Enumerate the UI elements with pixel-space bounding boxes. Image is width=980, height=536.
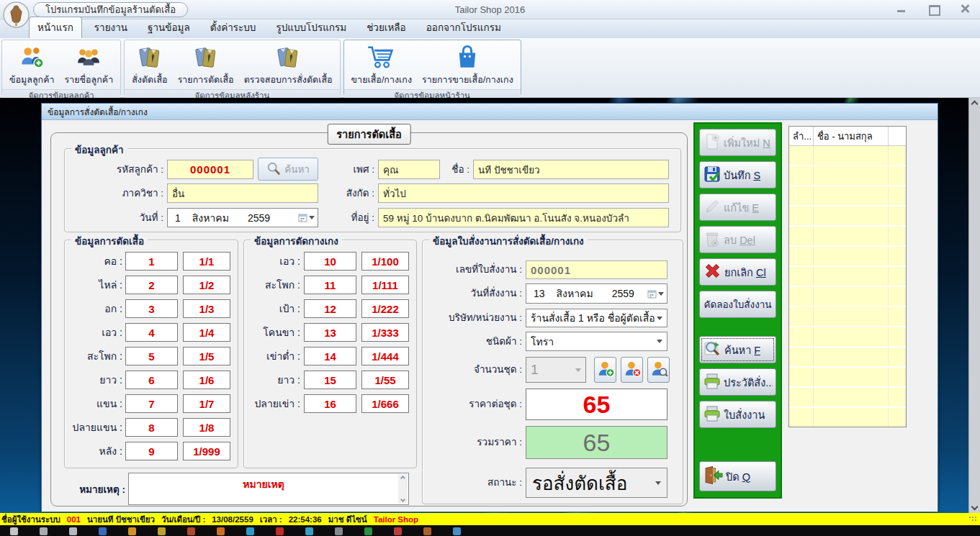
column-header-number[interactable]: ลำ... — [789, 127, 814, 145]
list-item[interactable] — [789, 408, 906, 427]
pants-hip-frac-field[interactable]: 1/111 — [361, 276, 409, 294]
taskbar-app-icon[interactable] — [335, 527, 343, 535]
shirt-neck-field[interactable]: 1 — [125, 252, 178, 271]
quantity-combobox[interactable]: 1 — [526, 357, 586, 383]
pants-knee-field[interactable]: 14 — [304, 347, 356, 365]
list-item[interactable] — [789, 287, 906, 307]
shirt-length-field[interactable]: 6 — [125, 371, 178, 389]
remove-person-button[interactable] — [621, 357, 643, 383]
list-item[interactable] — [789, 186, 906, 206]
order-history-print-button[interactable]: ประวัติสั่ง... — [699, 368, 776, 396]
order-number-field[interactable]: 000001 — [526, 260, 667, 279]
shirt-chest-field[interactable]: 3 — [125, 299, 178, 318]
list-item[interactable] — [789, 388, 906, 408]
list-item[interactable] — [789, 307, 906, 327]
find-button[interactable]: ค้นหา F — [699, 336, 776, 363]
total-price-field[interactable]: 65 — [526, 426, 667, 459]
customer-data-button[interactable]: ข้อมูลลูกค้า — [5, 41, 59, 88]
tab-help[interactable]: ช่วยเหลือ — [359, 17, 414, 38]
taskbar-app-icon[interactable] — [453, 527, 461, 535]
department-field[interactable]: อื่น — [167, 183, 318, 203]
list-item[interactable] — [789, 267, 906, 287]
list-item[interactable] — [789, 206, 906, 227]
scroll-down-icon[interactable] — [971, 504, 979, 511]
status-combobox[interactable]: รอสั่งตัดเสื้อ — [526, 468, 667, 498]
pants-thigh-frac-field[interactable]: 1/333 — [361, 323, 409, 342]
tab-home[interactable]: หน้าแรก — [29, 17, 82, 38]
note-scrollbar[interactable] — [398, 474, 408, 504]
shirt-arm-field[interactable]: 7 — [125, 394, 178, 413]
taskbar-app-icon[interactable] — [128, 527, 136, 535]
close-icon[interactable] — [960, 4, 970, 13]
taskbar-app-icon[interactable] — [10, 527, 18, 535]
list-item[interactable] — [789, 166, 906, 186]
add-person-button[interactable] — [594, 357, 616, 383]
taskbar-app-icon[interactable] — [394, 527, 402, 535]
shirt-back-frac-field[interactable]: 1/999 — [183, 442, 230, 460]
column-header-name[interactable]: ชื่อ - นามสกุล — [814, 127, 889, 145]
order-date-picker[interactable]: 13 สิงหาคม 2559 — [526, 283, 667, 304]
pants-waist-field[interactable]: 10 — [304, 252, 356, 271]
shirt-waist-frac-field[interactable]: 1/4 — [183, 323, 230, 342]
shirt-cuff-field[interactable]: 8 — [125, 418, 178, 437]
customer-id-field[interactable]: 000001 — [167, 160, 253, 179]
customer-date-picker[interactable]: 1 สิงหาคม 2559 — [167, 208, 318, 227]
fabric-type-combobox[interactable]: โทรา — [526, 332, 667, 351]
column-header-extra[interactable] — [889, 127, 906, 145]
work-order-print-button[interactable]: ใบสั่งงาน — [699, 401, 776, 428]
shirt-chest-frac-field[interactable]: 1/3 — [183, 299, 230, 318]
calendar-dropdown-icon[interactable] — [298, 213, 315, 222]
pants-crotch-frac-field[interactable]: 1/222 — [361, 299, 409, 318]
taskbar-app-icon[interactable] — [158, 527, 166, 535]
maximize-icon[interactable] — [928, 4, 938, 13]
pants-hip-field[interactable]: 11 — [304, 276, 356, 294]
sell-clothes-button[interactable]: ขายเสื้อ/กางเกง — [347, 41, 416, 88]
list-item[interactable] — [789, 146, 906, 166]
taskbar-app-icon[interactable] — [246, 527, 254, 535]
minimize-icon[interactable] — [896, 4, 907, 13]
taskbar-app-icon[interactable] — [276, 527, 284, 535]
cancel-button[interactable]: ยกเลิก Cl — [699, 258, 776, 286]
list-item[interactable] — [789, 368, 906, 388]
shirt-arm-frac-field[interactable]: 1/7 — [183, 394, 230, 413]
taskbar-app-icon[interactable] — [305, 527, 313, 535]
shirt-hip-field[interactable]: 5 — [125, 347, 178, 365]
taskbar-app-icon[interactable] — [187, 527, 195, 535]
vertical-scrollbar[interactable] — [968, 98, 980, 513]
tab-database[interactable]: ฐานข้อมูล — [140, 17, 198, 38]
shirt-cuff-frac-field[interactable]: 1/8 — [183, 418, 230, 437]
list-item[interactable] — [789, 348, 906, 368]
copy-order-button[interactable]: คัดลองใบสั่งงาน — [699, 291, 776, 318]
list-item[interactable] — [789, 227, 906, 247]
scroll-up-icon[interactable] — [971, 101, 979, 108]
company-combobox[interactable]: ร้านสั่งเสื้อ 1 หรือ ชื่อผู้ตัดเสื้อ — [526, 309, 667, 327]
pants-crotch-field[interactable]: 12 — [304, 299, 356, 318]
check-tailoring-orders-button[interactable]: ตรวจสอบการสั่งตัดเสื้อ — [240, 41, 337, 88]
shirt-length-frac-field[interactable]: 1/6 — [183, 371, 230, 389]
tab-system-settings[interactable]: ตั้งค่าระบบ — [202, 17, 264, 38]
customer-search-button[interactable]: ค้นหา — [258, 158, 318, 181]
pants-waist-frac-field[interactable]: 1/100 — [361, 252, 409, 271]
taskbar-app-icon[interactable] — [99, 527, 107, 535]
customer-list-button[interactable]: รายชื่อลูกค้า — [60, 41, 118, 88]
shirt-shoulder-field[interactable]: 2 — [125, 276, 178, 294]
taskbar-app-icon[interactable] — [364, 527, 372, 535]
new-button[interactable]: เพิ่มใหม่ N — [699, 129, 776, 156]
taskbar-app-icon[interactable] — [423, 527, 431, 535]
shirt-shoulder-frac-field[interactable]: 1/2 — [183, 276, 230, 294]
address-field[interactable]: 59 หมู่ 10 บ้านดงบาก ต.นิคมพัฒนา อ.โนนสั… — [378, 208, 669, 227]
shirt-hip-frac-field[interactable]: 1/5 — [183, 347, 230, 365]
pants-thigh-field[interactable]: 13 — [304, 323, 356, 342]
search-person-button[interactable] — [647, 357, 670, 383]
unit-price-field[interactable]: 65 — [526, 389, 667, 420]
pants-hem-field[interactable]: 16 — [304, 394, 356, 413]
tab-reports[interactable]: รายงาน — [86, 17, 135, 38]
name-field[interactable]: นที ปัชชาเขียว — [473, 160, 669, 179]
tab-exit[interactable]: ออกจากโปรแกรม — [418, 17, 509, 38]
sales-list-button[interactable]: รายการขายเสื้อ/กางเกง — [418, 41, 518, 88]
delete-button[interactable]: ลบ Del — [699, 226, 776, 253]
pants-length-field[interactable]: 15 — [304, 371, 356, 389]
shirt-back-field[interactable]: 9 — [125, 442, 178, 460]
close-form-button[interactable]: ปิด Q — [699, 461, 776, 491]
pants-length-frac-field[interactable]: 1/55 — [361, 371, 409, 389]
